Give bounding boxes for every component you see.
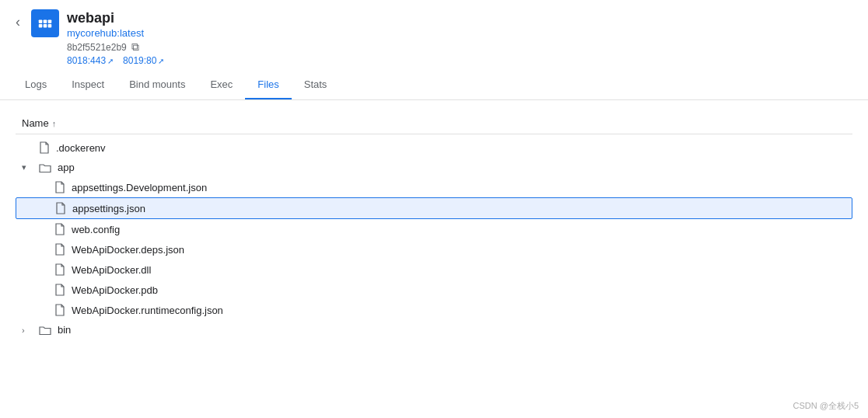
folder-icon — [39, 162, 51, 173]
tab-bar: Logs Inspect Bind mounts Exec Files Stat… — [12, 72, 856, 99]
list-item[interactable]: appsettings.Development.json — [16, 177, 852, 197]
external-link-icon-0: ➚ — [107, 57, 114, 65]
tab-exec[interactable]: Exec — [198, 72, 245, 99]
back-button[interactable]: ‹ — [12, 12, 23, 32]
list-item[interactable]: WebApiDocker.deps.json — [16, 239, 852, 260]
chevron-placeholder — [37, 265, 48, 274]
list-item[interactable]: › bin — [16, 320, 852, 340]
container-id: 8b2f5521e2b9 — [67, 42, 127, 53]
folder-icon — [39, 325, 51, 336]
file-name: WebApiDocker.pdb — [72, 284, 158, 296]
list-item[interactable]: ▾ app — [16, 158, 852, 177]
file-name: WebApiDocker.deps.json — [72, 244, 184, 256]
file-icon — [54, 181, 65, 193]
file-name: appsettings.Development.json — [72, 182, 207, 193]
chevron-placeholder — [37, 245, 48, 254]
chevron-down-icon: ▾ — [22, 162, 33, 172]
ports-row: 8018:443 ➚ 8019:80 ➚ — [67, 55, 856, 66]
container-image-link[interactable]: mycorehub:latest — [67, 27, 144, 39]
file-icon — [55, 202, 66, 214]
chevron-placeholder — [22, 143, 33, 152]
file-name: .dockerenv — [56, 142, 106, 154]
chevron-placeholder — [38, 204, 49, 213]
file-name: web.config — [72, 224, 120, 235]
port-link-0[interactable]: 8018:443 ➚ — [67, 55, 114, 66]
copy-id-icon[interactable]: ⧉ — [131, 40, 139, 54]
container-info: webapi mycorehub:latest 8b2f5521e2b9 ⧉ 8… — [67, 9, 856, 66]
file-list: .dockerenv ▾ app appsettings.Development… — [16, 138, 852, 340]
file-column-header: Name ↑ — [16, 113, 852, 134]
tab-logs[interactable]: Logs — [12, 72, 59, 99]
file-icon — [54, 223, 65, 235]
svg-rect-0 — [39, 19, 43, 23]
file-icon — [54, 284, 65, 296]
tab-bind-mounts[interactable]: Bind mounts — [117, 72, 198, 99]
container-title: webapi — [67, 9, 856, 27]
list-item[interactable]: WebApiDocker.dll — [16, 260, 852, 280]
chevron-right-icon: › — [22, 326, 33, 335]
port-link-1[interactable]: 8019:80 ➚ — [123, 55, 164, 66]
list-item[interactable]: .dockerenv — [16, 138, 852, 158]
svg-rect-1 — [44, 19, 47, 23]
external-link-icon-1: ➚ — [158, 57, 164, 65]
svg-rect-5 — [48, 24, 52, 28]
list-item[interactable]: appsettings.json — [16, 197, 852, 219]
list-item[interactable]: web.config — [16, 219, 852, 239]
file-name: WebApiDocker.dll — [72, 264, 151, 276]
sort-icon[interactable]: ↑ — [52, 119, 57, 128]
tab-inspect[interactable]: Inspect — [59, 72, 117, 99]
list-item[interactable]: WebApiDocker.pdb — [16, 280, 852, 300]
name-column-label: Name — [22, 117, 49, 129]
file-name: appsettings.json — [72, 203, 145, 214]
svg-rect-2 — [48, 19, 52, 23]
file-name: WebApiDocker.runtimeconfig.json — [72, 305, 223, 316]
files-panel: Name ↑ .dockerenv ▾ app — [0, 100, 868, 352]
file-icon — [54, 243, 65, 256]
svg-rect-4 — [44, 24, 47, 28]
container-icon — [31, 9, 59, 37]
chevron-placeholder — [37, 305, 48, 315]
svg-rect-3 — [39, 24, 43, 28]
list-item[interactable]: WebApiDocker.runtimeconfig.json — [16, 300, 852, 320]
tab-stats[interactable]: Stats — [292, 72, 340, 99]
app-header: ‹ webapi mycorehub:latest 8b2f5521e2b9 ⧉… — [0, 0, 868, 100]
chevron-placeholder — [37, 225, 48, 234]
file-icon — [54, 304, 65, 316]
file-icon — [39, 141, 50, 154]
file-icon — [54, 263, 65, 276]
folder-name: app — [58, 162, 75, 173]
folder-name: bin — [58, 324, 71, 336]
chevron-placeholder — [37, 285, 48, 294]
tab-files[interactable]: Files — [245, 72, 291, 99]
chevron-placeholder — [37, 183, 48, 192]
